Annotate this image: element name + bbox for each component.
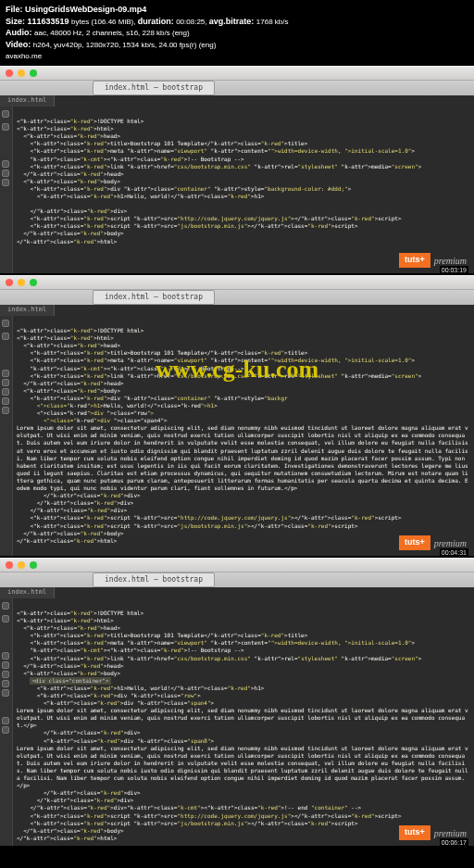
- gutter: [0, 316, 13, 556]
- file-tab[interactable]: index.html: [0, 305, 55, 316]
- mediainfo-header: File: UsingGridsWebDesign-09.mp4 Size: 1…: [0, 0, 474, 66]
- zoom-icon[interactable]: [30, 279, 37, 286]
- window-tabbar: index.html — bootstrap: [0, 290, 474, 305]
- lorem-text: Lorem ipsum dolor sit amet, consectetur …: [17, 707, 468, 728]
- close-icon[interactable]: [6, 561, 13, 569]
- code-area-1[interactable]: <"k-attr">class="k-red">!DOCTYPE html> <…: [0, 107, 474, 273]
- file-tab[interactable]: index.html: [0, 95, 55, 107]
- lorem-text: Lorem ipsum dolor sit amet, consectetur …: [17, 745, 468, 788]
- minimize-icon[interactable]: [18, 561, 25, 569]
- file-tab[interactable]: index.html: [0, 587, 55, 598]
- code-area-3[interactable]: <"k-attr">class="k-red">!DOCTYPE html> <…: [0, 598, 474, 846]
- window-titlebar[interactable]: [0, 66, 474, 81]
- gutter: [0, 598, 13, 846]
- window-tabbar: index.html — bootstrap: [0, 81, 474, 95]
- timestamp: 00:04:31: [440, 548, 468, 557]
- code-text: <"k-attr">class="k-red">!DOCTYPE html> <…: [17, 610, 421, 684]
- code-area-2[interactable]: <"k-attr">class="k-red">!DOCTYPE html> <…: [0, 316, 474, 556]
- window-tab[interactable]: index.html — bootstrap: [93, 572, 215, 587]
- timestamp: 00:03:19: [440, 266, 468, 274]
- code-text: <"k-attr">class="k-red">!DOCTYPE html> <…: [17, 327, 421, 423]
- zoom-icon[interactable]: [30, 561, 37, 569]
- code-text: <"k-attr">class="k-red">h1>Hello, world!…: [17, 685, 264, 706]
- window-tabbar: index.html — bootstrap: [0, 572, 474, 587]
- code-text: </"k-attr">class="k-red">div> </"k-attr"…: [17, 492, 402, 544]
- zoom-icon[interactable]: [30, 69, 37, 77]
- timestamp: 00:06:17: [440, 838, 468, 847]
- window-titlebar[interactable]: [0, 558, 474, 572]
- code-text: <"k-attr">class="k-red">!DOCTYPE html> <…: [17, 118, 421, 245]
- minimize-icon[interactable]: [18, 69, 25, 77]
- code-text: </"k-attr">class="k-red">div> <"k-attr">…: [17, 729, 214, 743]
- gutter: [0, 107, 13, 273]
- editor-pane-3: index.html — bootstrap index.html <"k-at…: [0, 558, 474, 846]
- close-icon[interactable]: [6, 69, 13, 77]
- editor-pane-1: index.html — bootstrap index.html <"k-at…: [0, 66, 474, 273]
- editor-pane-2: index.html — bootstrap index.html <"k-at…: [0, 275, 474, 556]
- code-text: </"k-attr">class="k-red">div> </"k-attr"…: [17, 789, 402, 841]
- window-tab[interactable]: index.html — bootstrap: [93, 81, 215, 95]
- window-titlebar[interactable]: [0, 275, 474, 290]
- lorem-text: Lorem ipsum dolor sit amet, consectetur …: [17, 424, 471, 491]
- window-tab[interactable]: index.html — bootstrap: [93, 290, 215, 305]
- close-icon[interactable]: [6, 279, 13, 286]
- highlighted-line: <div class="container">: [30, 677, 110, 685]
- minimize-icon[interactable]: [18, 279, 25, 286]
